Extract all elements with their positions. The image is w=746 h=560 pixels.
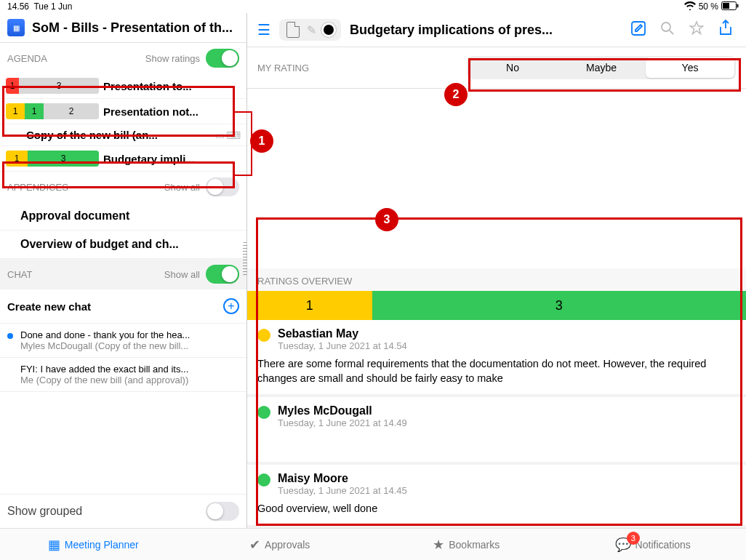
appendices-showall-label: Show all	[164, 182, 200, 193]
rating-comment: There are some formal requirements that …	[257, 357, 736, 385]
rating-option[interactable]: No	[468, 57, 557, 78]
pane-drag-handle[interactable]	[243, 242, 247, 276]
svg-rect-1	[723, 3, 729, 9]
chat-meta: Myles McDougall (Copy of the new bill...	[20, 340, 239, 351]
rater-name: Myles McDougall	[278, 404, 407, 417]
star-icon[interactable]	[686, 20, 707, 40]
rating-option[interactable]: Maybe	[557, 57, 646, 78]
tabbar-tab[interactable]: ★Bookmarks	[373, 529, 560, 560]
rating-date: Tuesday, 1 June 2021 at 14.49	[278, 417, 407, 428]
tab-label: Meeting Planner	[65, 539, 139, 551]
document-title: Budgetary implications of pres...	[350, 23, 619, 38]
status-date: Tue 1 Jun	[33, 1, 72, 12]
rater-name: Sebastian May	[278, 327, 407, 340]
ratings-overview-label: RATINGS OVERVIEW	[247, 268, 746, 291]
chat-preview: Done and done - thank you for the hea...	[20, 329, 239, 340]
tab-label: Approvals	[265, 539, 310, 551]
show-ratings-toggle[interactable]	[206, 49, 239, 68]
agenda-item-title: Presentation to...	[103, 80, 241, 92]
calendar-icon: ▦	[7, 19, 25, 36]
show-grouped-toggle[interactable]	[206, 502, 239, 521]
rating-mini-bar: 13	[6, 151, 99, 167]
battery-icon	[721, 1, 739, 12]
rating-entry: Maisy MooreTuesday, 1 June 2021 at 14.45…	[247, 465, 746, 528]
agenda-item[interactable]: Copy of the new bill (an...▭⌨	[0, 124, 246, 146]
rating-date: Tuesday, 1 June 2021 at 14.54	[278, 340, 407, 351]
tab-label: Bookmarks	[449, 539, 500, 551]
rating-comment: Good overview, well done	[257, 502, 736, 516]
rating-mini-bar: 13	[6, 78, 99, 94]
status-time: 14.56	[7, 1, 29, 12]
rater-name: Maisy Moore	[278, 472, 407, 485]
color-dot-icon	[324, 25, 334, 35]
ratings-overview-bar: 13	[247, 291, 746, 320]
agenda-item[interactable]: 13Presentation to...	[0, 73, 246, 99]
tabbar-tab[interactable]: ✔Approvals	[187, 529, 374, 560]
rating-mini-bar: 112	[6, 103, 99, 119]
document-icon	[286, 22, 300, 38]
notification-badge: 3	[627, 532, 640, 545]
battery-percent: 50 %	[699, 1, 718, 12]
appendices-showall-toggle[interactable]	[206, 177, 239, 196]
add-chat-icon[interactable]: +	[223, 298, 239, 314]
agenda-item-title: Presentation not...	[103, 105, 241, 118]
rating-dot-icon	[257, 406, 270, 419]
rating-dot-icon	[257, 473, 270, 487]
chat-section-label: CHAT	[7, 269, 32, 280]
agenda-item-title: Copy of the new bill (an...	[26, 129, 158, 141]
svg-rect-3	[632, 22, 645, 35]
overview-segment: 1	[247, 291, 372, 320]
sidebar-title: SoM - Bills - Presentation of th...	[32, 20, 239, 36]
tab-icon: ★	[433, 537, 444, 553]
agenda-item[interactable]: 13Budgetary impli...	[0, 146, 246, 172]
menu-icon[interactable]: ☰	[257, 21, 270, 39]
show-ratings-label: Show ratings	[145, 53, 200, 64]
tab-icon: ▦	[48, 537, 60, 553]
annotation-connector	[235, 175, 251, 176]
annotation-connector	[235, 111, 251, 113]
agenda-section-label: AGENDA	[7, 53, 47, 64]
svg-line-5	[670, 31, 673, 34]
chat-showall-label: Show all	[164, 269, 200, 280]
appendices-section-label: APPENDICES	[7, 182, 68, 193]
my-rating-label: MY RATING	[257, 63, 309, 73]
svg-rect-2	[737, 4, 739, 7]
overview-segment: 3	[372, 291, 747, 320]
agenda-item[interactable]: 112Presentation not...	[0, 99, 246, 124]
rating-segmented-control[interactable]: NoMaybeYes	[467, 56, 736, 79]
chat-meta: Me (Copy of the new bill (and approval))	[20, 375, 239, 385]
compose-icon[interactable]	[628, 20, 649, 40]
share-icon[interactable]	[715, 20, 736, 41]
create-chat-label: Create new chat	[7, 300, 91, 313]
wifi-icon	[684, 1, 696, 12]
show-grouped-label: Show grouped	[7, 505, 82, 518]
tabbar-tab[interactable]: ▦Meeting Planner	[0, 529, 187, 560]
appendix-item[interactable]: Overview of budget and ch...	[0, 231, 246, 259]
annotation-connector	[251, 111, 252, 176]
tab-label: Notifications	[635, 539, 691, 551]
tabbar-tab[interactable]: 3💬Notifications	[560, 529, 747, 560]
appendix-item[interactable]: Approval document	[0, 202, 246, 231]
chat-item[interactable]: FYI: I have added the exact bill and its…	[0, 358, 246, 392]
unread-dot-icon	[7, 333, 13, 339]
chat-preview: FYI: I have added the exact bill and its…	[20, 364, 239, 375]
create-chat-row[interactable]: Create new chat +	[0, 289, 246, 324]
chat-showall-toggle[interactable]	[206, 265, 239, 284]
rating-date: Tuesday, 1 June 2021 at 14.45	[278, 485, 407, 496]
rating-entry: Myles McDougallTuesday, 1 June 2021 at 1…	[247, 397, 746, 465]
chat-item[interactable]: Done and done - thank you for the hea...…	[0, 324, 246, 358]
rating-entry: Sebastian MayTuesday, 1 June 2021 at 14.…	[247, 320, 746, 397]
rating-option[interactable]: Yes	[646, 57, 734, 78]
attachment-icon: ⌨	[226, 129, 241, 141]
comment-icon: ▭	[215, 129, 225, 141]
document-selector[interactable]: ✎	[279, 19, 341, 41]
svg-point-4	[662, 23, 670, 31]
search-icon[interactable]	[657, 21, 678, 39]
tab-icon: ✔	[249, 537, 260, 553]
rating-dot-icon	[257, 329, 270, 342]
edit-icon: ✎	[307, 23, 316, 37]
agenda-item-title: Budgetary impli...	[103, 153, 241, 165]
